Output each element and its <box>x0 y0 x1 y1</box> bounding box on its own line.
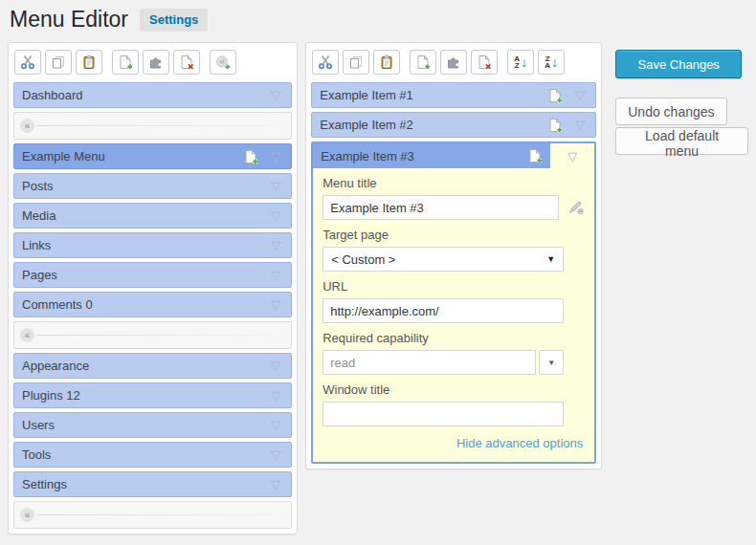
page-header: Menu Editor Settings <box>10 6 748 33</box>
menu-item-label: Comments 0 <box>22 297 263 312</box>
sort-ascending-icon: AZ ↓ <box>514 55 527 69</box>
paste-button[interactable] <box>373 50 400 75</box>
menu-item-example-2[interactable]: Example Item #2 ▽ <box>311 112 596 138</box>
menu-item-pages[interactable]: Pages ▽ <box>13 262 292 288</box>
item-settings-form: Menu title Target page <box>313 176 594 462</box>
expand-triangle-icon[interactable]: ▽ <box>263 419 288 431</box>
separator-laquo-icon: « <box>20 328 34 342</box>
menu-item-label: Example Menu <box>22 149 238 164</box>
separator-laquo-icon: « <box>20 508 34 522</box>
expand-triangle-icon[interactable]: ▽ <box>263 180 288 192</box>
left-toolbar <box>13 48 292 80</box>
delete-item-button[interactable] <box>173 50 200 75</box>
menu-separator[interactable]: « <box>13 501 292 529</box>
expand-triangle-icon[interactable]: ▽ <box>263 89 288 101</box>
menu-title-input[interactable] <box>322 195 559 220</box>
menu-item-example-3[interactable]: Example Item #3 <box>313 143 550 168</box>
url-label: URL <box>322 279 585 294</box>
save-changes-button[interactable]: Save Changes <box>615 50 742 78</box>
cut-button[interactable] <box>312 50 339 75</box>
expand-triangle-icon[interactable]: ▽ <box>263 209 288 222</box>
menu-item-label: Example Item #3 <box>321 149 523 164</box>
expand-triangle-icon[interactable]: ▽ <box>567 89 592 101</box>
menu-item-comments[interactable]: Comments 0 ▽ <box>13 292 292 317</box>
expand-triangle-icon[interactable]: ▽ <box>263 150 288 163</box>
paste-icon <box>81 54 97 70</box>
menu-item-tools[interactable]: Tools ▽ <box>13 442 292 468</box>
url-input[interactable] <box>322 298 564 323</box>
target-page-value: < Custom > <box>331 252 395 267</box>
menu-item-label: Dashboard <box>22 88 263 102</box>
window-title-input[interactable] <box>322 402 564 426</box>
menu-separator[interactable]: « <box>13 321 292 349</box>
menu-item-label: Users <box>22 418 263 432</box>
paste-icon <box>379 54 394 70</box>
admin-menu-list: Dashboard ▽ « Example Menu <box>13 82 292 529</box>
sort-ascending-button[interactable]: AZ ↓ <box>507 50 534 75</box>
cut-icon <box>318 54 333 70</box>
menu-item-example-3-header: Example Item #3 ▽ <box>313 143 594 168</box>
copy-button[interactable] <box>45 50 72 75</box>
new-item-button[interactable] <box>410 50 436 75</box>
menu-item-plugins[interactable]: Plugins 12 ▽ <box>13 382 292 408</box>
delete-item-icon <box>477 54 492 70</box>
capability-dropdown-button[interactable]: ▼ <box>539 350 564 375</box>
new-plugin-item-button[interactable] <box>143 50 169 75</box>
new-child-item-button[interactable] <box>238 149 263 164</box>
menu-item-appearance[interactable]: Appearance ▽ <box>13 353 292 379</box>
hide-advanced-options-link[interactable]: Hide advanced options <box>322 436 583 450</box>
page-plus-icon <box>547 118 563 133</box>
new-item-button[interactable] <box>112 50 139 75</box>
menu-item-users[interactable]: Users ▽ <box>13 412 292 438</box>
new-item-icon <box>415 54 431 70</box>
new-separator-button[interactable] <box>210 50 236 75</box>
target-page-label: Target page <box>322 228 585 242</box>
copy-icon <box>51 54 66 70</box>
required-capability-input[interactable] <box>322 350 536 375</box>
reset-to-default-button[interactable] <box>567 200 585 215</box>
submenu-panel: AZ ↓ ZA ↓ Example Item #1 <box>305 42 602 469</box>
menu-item-posts[interactable]: Posts ▽ <box>13 173 292 199</box>
menu-item-settings[interactable]: Settings ▽ <box>13 471 292 497</box>
menu-item-dashboard[interactable]: Dashboard ▽ <box>13 82 292 108</box>
menu-item-label: Plugins 12 <box>22 388 263 403</box>
undo-changes-button[interactable]: Undo changes <box>615 98 726 125</box>
page-plus-icon <box>527 148 543 164</box>
menu-item-example-1[interactable]: Example Item #1 ▽ <box>311 82 596 108</box>
menu-separator[interactable]: « <box>13 112 292 140</box>
menu-item-example-menu[interactable]: Example Menu ▽ <box>13 143 292 169</box>
menu-item-links[interactable]: Links ▽ <box>13 232 292 258</box>
expand-triangle-icon[interactable]: ▽ <box>263 389 288 402</box>
expand-triangle-icon[interactable]: ▽ <box>263 269 288 281</box>
menu-item-media[interactable]: Media ▽ <box>13 203 292 229</box>
new-plugin-item-button[interactable] <box>440 50 467 75</box>
page-plus-icon <box>547 88 563 103</box>
submenu-list: Example Item #1 ▽ Example Item #2 <box>311 82 596 464</box>
expand-triangle-icon[interactable]: ▽ <box>263 448 288 461</box>
expand-triangle-icon[interactable]: ▽ <box>263 478 288 490</box>
new-child-item-button[interactable] <box>523 148 547 164</box>
target-page-select[interactable]: < Custom > ▼ <box>322 247 564 272</box>
sort-descending-button[interactable]: ZA ↓ <box>538 50 565 75</box>
paste-button[interactable] <box>76 50 102 75</box>
expand-triangle-icon[interactable]: ▽ <box>263 360 288 372</box>
new-separator-icon <box>215 54 231 70</box>
new-child-item-button[interactable] <box>543 118 567 133</box>
separator-line <box>36 335 281 336</box>
expand-triangle-icon[interactable]: ▽ <box>263 239 288 251</box>
copy-button[interactable] <box>343 50 369 75</box>
new-child-item-button[interactable] <box>543 88 567 103</box>
cut-button[interactable] <box>14 50 41 75</box>
menu-item-label: Pages <box>22 268 263 282</box>
actions-column: Save Changes Undo changes Load default m… <box>615 42 748 157</box>
expand-triangle-icon[interactable]: ▽ <box>567 119 592 131</box>
plugin-icon <box>446 54 461 70</box>
menu-editor-page: Menu Editor Settings <box>0 0 756 534</box>
delete-item-button[interactable] <box>471 50 498 75</box>
load-default-menu-button[interactable]: Load default menu <box>615 127 748 155</box>
settings-button[interactable]: Settings <box>140 9 208 32</box>
cut-icon <box>20 54 35 70</box>
collapse-triangle-button[interactable]: ▽ <box>550 143 594 168</box>
menu-title-label: Menu title <box>322 176 585 190</box>
expand-triangle-icon[interactable]: ▽ <box>263 298 288 311</box>
